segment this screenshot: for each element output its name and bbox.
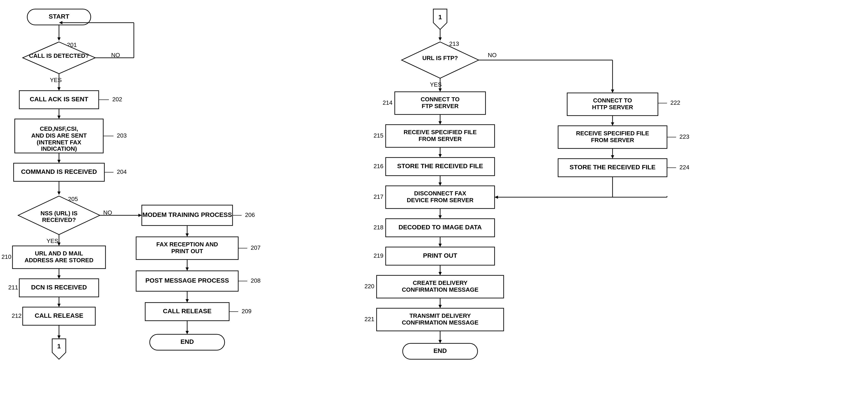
url-dmail-line2: ADDRESS ARE STORED bbox=[25, 257, 93, 264]
disconnect-fax-line2: DEVICE FROM SERVER bbox=[407, 197, 473, 204]
command-received-label: COMMAND IS RECEIVED bbox=[21, 168, 97, 175]
num-217: 217 bbox=[374, 193, 383, 200]
connect-ftp-line2: FTP SERVER bbox=[422, 103, 459, 109]
call-ack-label: CALL ACK IS SENT bbox=[30, 96, 88, 103]
store-file-ftp-label: STORE THE RECEIVED FILE bbox=[397, 163, 483, 170]
url-ftp-line1: URL IS FTP? bbox=[423, 55, 458, 61]
receive-file-ftp-line2: FROM SERVER bbox=[418, 136, 462, 142]
svg-marker-32 bbox=[57, 304, 61, 307]
num-212: 212 bbox=[12, 312, 22, 319]
num-214: 214 bbox=[383, 99, 393, 106]
modem-training-label: MODEM TRAINING PROCESS bbox=[142, 211, 232, 218]
create-delivery-line1: CREATE DELIVERY bbox=[413, 279, 467, 286]
receive-file-http-line1: RECEIVE SPECIFIED FILE bbox=[576, 130, 649, 137]
no-213: NO bbox=[488, 52, 497, 59]
svg-marker-65 bbox=[438, 154, 442, 158]
num-207: 207 bbox=[251, 244, 260, 251]
svg-marker-68 bbox=[438, 182, 442, 186]
create-delivery-line2: CONFIRMATION MESSAGE bbox=[402, 286, 478, 293]
connect-ftp-line1: CONNECT TO bbox=[421, 96, 459, 103]
ced-line4: INDICATION) bbox=[41, 145, 77, 152]
receive-file-ftp-line1: RECEIVE SPECIFIED FILE bbox=[404, 129, 477, 136]
receive-file-http-line2: FROM SERVER bbox=[591, 137, 634, 143]
svg-marker-62 bbox=[438, 121, 442, 125]
svg-marker-80 bbox=[438, 272, 442, 275]
svg-marker-74 bbox=[438, 215, 442, 219]
num-224: 224 bbox=[679, 164, 689, 171]
num-209: 209 bbox=[242, 308, 251, 315]
svg-marker-40 bbox=[186, 233, 189, 237]
svg-marker-83 bbox=[438, 305, 442, 308]
svg-marker-90 bbox=[611, 90, 614, 93]
disconnect-fax-line1: DISCONNECT FAX bbox=[414, 190, 466, 197]
svg-marker-77 bbox=[438, 244, 442, 247]
svg-marker-9 bbox=[57, 87, 61, 91]
svg-marker-86 bbox=[438, 340, 442, 343]
transmit-delivery-line1: TRANSMIT DELIVERY bbox=[409, 312, 471, 319]
connect-http-line1: CONNECT TO bbox=[593, 97, 632, 104]
num-210: 210 bbox=[2, 253, 11, 260]
yes-205: YES bbox=[46, 238, 58, 244]
call-release-left-label: CALL RELEASE bbox=[35, 312, 83, 319]
no-205: NO bbox=[103, 209, 112, 216]
svg-marker-2 bbox=[57, 37, 61, 41]
call-detected-label: CALL IS DETECTED? bbox=[29, 53, 89, 59]
svg-marker-72 bbox=[495, 196, 498, 199]
nss-url-line2: RECEIVED? bbox=[42, 216, 76, 223]
num-204: 204 bbox=[117, 168, 127, 175]
num-215: 215 bbox=[374, 132, 383, 139]
yes-201: YES bbox=[50, 77, 62, 83]
num-208: 208 bbox=[251, 277, 260, 284]
nss-url-line1: NSS (URL) IS bbox=[40, 210, 78, 217]
num-220: 220 bbox=[365, 283, 374, 289]
decoded-image-label: DECODED TO IMAGE DATA bbox=[398, 224, 482, 231]
dcn-received-label: DCN IS RECEIVED bbox=[31, 284, 87, 291]
ced-line1: CED,NSF,CSI, bbox=[40, 125, 78, 132]
connect-http-line2: HTTP SERVER bbox=[592, 104, 633, 111]
ced-line2: AND DIS ARE SENT bbox=[31, 132, 87, 139]
num-222: 222 bbox=[671, 99, 680, 106]
num-213: 213 bbox=[449, 40, 459, 47]
svg-marker-98 bbox=[611, 155, 614, 159]
svg-marker-44 bbox=[186, 267, 189, 271]
store-file-http-label: STORE THE RECEIVED FILE bbox=[569, 164, 655, 171]
svg-marker-29 bbox=[57, 275, 61, 279]
transmit-delivery-line2: CONFIRMATION MESSAGE bbox=[402, 319, 478, 326]
num-202: 202 bbox=[112, 96, 122, 103]
post-message-label: POST MESSAGE PROCESS bbox=[146, 277, 229, 284]
num-221: 221 bbox=[365, 316, 374, 322]
end-left-label: END bbox=[180, 338, 194, 345]
end-right-label: END bbox=[433, 347, 447, 354]
svg-marker-56 bbox=[438, 37, 442, 41]
num-223: 223 bbox=[679, 133, 689, 140]
svg-marker-48 bbox=[186, 299, 189, 303]
svg-marker-21 bbox=[57, 192, 61, 195]
print-out-right-label: PRINT OUT bbox=[423, 252, 457, 259]
call-release-mid-label: CALL RELEASE bbox=[163, 308, 212, 315]
num-218: 218 bbox=[374, 224, 383, 231]
no-201: NO bbox=[111, 52, 120, 59]
start-label: START bbox=[49, 13, 69, 20]
svg-marker-59 bbox=[438, 89, 442, 92]
fax-reception-line1: FAX RECEPTION AND bbox=[156, 241, 218, 248]
svg-marker-13 bbox=[57, 115, 61, 119]
num-216: 216 bbox=[374, 163, 383, 170]
svg-marker-17 bbox=[57, 160, 61, 163]
fax-reception-line2: PRINT OUT bbox=[171, 248, 203, 254]
svg-marker-24 bbox=[138, 214, 142, 217]
num-206: 206 bbox=[245, 211, 255, 218]
connector1-right-label: 1 bbox=[438, 13, 442, 21]
ced-line3: (INTERNET FAX bbox=[37, 139, 82, 146]
url-dmail-line1: URL AND D MAIL bbox=[35, 250, 83, 257]
svg-marker-35 bbox=[57, 335, 61, 339]
svg-marker-52 bbox=[186, 331, 189, 334]
num-219: 219 bbox=[374, 252, 383, 259]
svg-marker-94 bbox=[611, 123, 614, 126]
num-203: 203 bbox=[117, 132, 127, 139]
diagram-container: START 201 NO CALL IS DETECTED? YES CALL … bbox=[0, 0, 868, 410]
num-211: 211 bbox=[8, 284, 18, 291]
connector1-left-label: 1 bbox=[57, 343, 61, 350]
